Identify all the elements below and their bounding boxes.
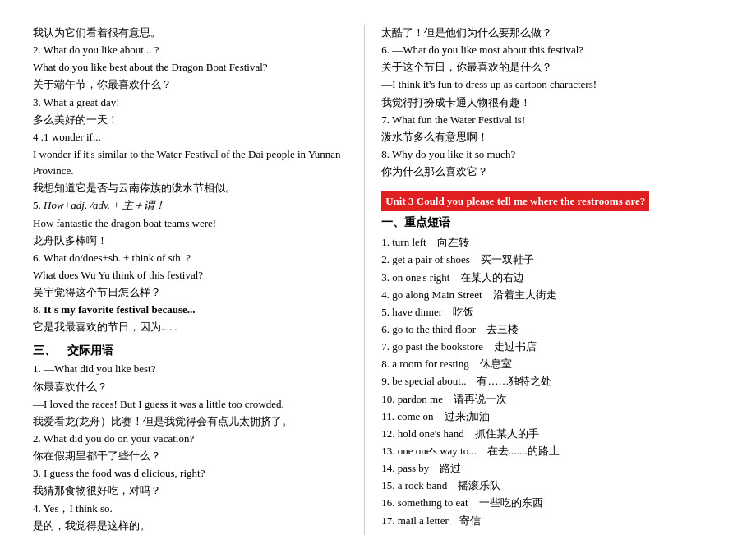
s3-item3-zh1: 我猜那食物很好吃，对吗？ [33,482,348,499]
right-item6-zh2: 我觉得打扮成卡通人物很有趣！ [381,95,723,111]
vocab-item-2: 2. get a pair of shoes 买一双鞋子 [381,251,723,268]
left-item-6: 6. What do/does+sb. + think of sth. ? Wh… [33,250,348,301]
vocab-item-16: 16. something to eat 一些吃的东西 [381,495,723,511]
s3-item3-en1: 3. I guess the food was d elicious, righ… [33,465,348,482]
item5-en1: 5. How+adj. /adv. + 主＋谓！ [33,197,348,214]
left-column: 我认为它们看着很有意思。 2. What do you like about..… [33,25,364,535]
s3-item2-zh1: 你在假期里都干了些什么？ [33,448,348,464]
item3-en1: 3. What a great day! [33,95,348,111]
vocab-item-9: 9. be special about.. 有……独特之处 [381,373,723,390]
item6-zh: 吴宇觉得这个节日怎么样？ [33,284,348,301]
s3-item-3: 3. I guess the food was d elicious, righ… [33,465,348,499]
vocab-item-6: 6. go to the third floor 去三楼 [381,321,723,338]
vocab-item-13: 13. one one's way to... 在去.......的路上 [381,443,723,459]
s3-item1-zh2: 我爱看龙(龙舟）比赛！但是我觉得会有点儿太拥挤了。 [33,413,348,430]
left-item-2: 2. What do you like about... ? What do y… [33,42,348,93]
page-container: 我认为它们看着很有意思。 2. What do you like about..… [33,25,723,535]
right-item-8: 8. Why do you like it so much? 你为什么那么喜欢它… [381,146,723,180]
s3-item1-en1: 1. —What did you like best? [33,361,348,377]
vocab-item-5: 5. have dinner 吃饭 [381,304,723,321]
s3-item1-en2: —I loved the races! But I guess it was a… [33,396,348,413]
right-item-7: 7. What fun the Water Festival is! 泼水节多么… [381,112,723,145]
item5-en2: How fantastic the dragon boat teams were… [33,215,348,232]
left-item-5: 5. How+adj. /adv. + 主＋谓！ How fantastic t… [33,197,348,248]
vocab-item-7: 7. go past the bookstore 走过书店 [381,339,723,355]
item4-en2: I wonder if it's similar to the Water Fe… [33,146,348,179]
right-item8-zh1: 你为什么那么喜欢它？ [381,164,723,180]
left-item-4: 4 .1 wonder if... I wonder if it's simil… [33,129,348,197]
vocab-item-12: 12. hold one's hand 抓住某人的手 [381,426,723,442]
left-item-8: 8. It's my favorite festival because... … [33,302,348,335]
right-column: 太酷了！但是他们为什么要那么做？ 6. —What do you like mo… [364,25,723,535]
vocab-item-8: 8. a room for resting 休息室 [381,356,723,372]
item4-zh: 我想知道它是否与云南傣族的泼水节相似。 [33,180,348,196]
right-item7-zh1: 泼水节多么有意思啊！ [381,129,723,145]
item5-zh: 龙舟队多棒啊！ [33,233,348,249]
s3-item-2: 2. What did you do on your vacation? 你在假… [33,431,348,464]
vocab-item-10: 10. pardon me 请再说一次 [381,391,723,408]
vocab-item-4: 4. go along Main Street 沿着主大街走 [381,287,723,303]
s3-item-1: 1. —What did you like best? 你最喜欢什么？ —I l… [33,361,348,430]
vocab-item-17: 17. mail a letter 寄信 [381,513,723,529]
item6-en2: What does Wu Yu think of this festival? [33,267,348,284]
item2-en2: What do you like best about the Dragon B… [33,59,348,76]
section3-heading: 三、 交际用语 [33,343,348,360]
item8-en1: 8. It's my favorite festival because... [33,302,348,318]
s3-item4-en1: 4. Yes，I think so. [33,500,348,517]
vocab-list: 1. turn left 向左转 2. get a pair of shoes … [381,234,723,528]
item2-en1: 2. What do you like about... ? [33,42,348,58]
item8-zh: 它是我最喜欢的节日，因为...... [33,319,348,335]
s3-item2-en1: 2. What did you do on your vacation? [33,431,348,447]
vocab-item-15: 15. a rock band 摇滚乐队 [381,477,723,494]
right-item7-en1: 7. What fun the Water Festival is! [381,112,723,128]
vocab-item-3: 3. on one's right 在某人的右边 [381,270,723,286]
vocab-item-11: 11. come on 过来;加油 [381,408,723,425]
vocab-item-14: 14. pass by 路过 [381,460,723,477]
right-item-6: 6. —What do you like most about this fes… [381,42,723,111]
s3-item4-zh1: 是的，我觉得是这样的。 [33,518,348,534]
item3-zh: 多么美好的一天！ [33,112,348,128]
item4-en1: 4 .1 wonder if... [33,129,348,145]
unit-heading-container: Unit 3 Could you please tell me where th… [381,191,723,214]
right-item6-zh1: 关于这个节日，你最喜欢的是什么？ [381,59,723,76]
item6-en1: 6. What do/does+sb. + think of sth. ? [33,250,348,266]
vocab-sub-heading: 一、重点短语 [381,214,723,232]
right-item6-en2: —I think it's fun to dress up as cartoon… [381,76,723,93]
vocab-item-1: 1. turn left 向左转 [381,234,723,251]
item2-zh: 关于端午节，你最喜欢什么？ [33,76,348,93]
left-item-3: 3. What a great day! 多么美好的一天！ [33,95,348,128]
right-item6-en1: 6. —What do you like most about this fes… [381,42,723,58]
s3-item-4: 4. Yes，I think so. 是的，我觉得是这样的。 [33,500,348,534]
intro-line: 我认为它们看着很有意思。 [33,25,348,41]
right-intro: 太酷了！但是他们为什么要那么做？ [381,25,723,41]
s3-item1-zh1: 你最喜欢什么？ [33,379,348,395]
unit-heading: Unit 3 Could you please tell me where th… [381,191,649,211]
right-item8-en1: 8. Why do you like it so much? [381,146,723,163]
